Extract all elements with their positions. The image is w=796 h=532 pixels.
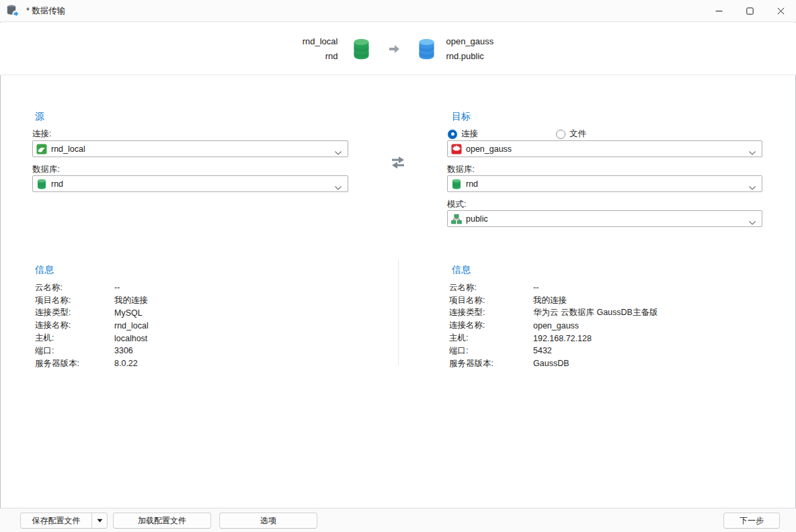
target-connection-radio[interactable]: 连接 bbox=[448, 128, 478, 140]
summary-source-database: rnd bbox=[303, 49, 338, 64]
minimize-button[interactable] bbox=[703, 0, 734, 21]
info-row-host: 主机: 192.168.72.128 bbox=[449, 332, 658, 345]
source-connection-label: 连接: bbox=[32, 128, 51, 140]
huawei-connection-icon bbox=[451, 144, 462, 154]
target-connection-value: open_gauss bbox=[466, 144, 512, 154]
window-controls bbox=[703, 0, 796, 21]
source-info-list: 云名称: -- 项目名称: 我的连接 连接类型: MySQL 连接名称: rnd… bbox=[35, 281, 149, 370]
info-row-host: 主机: localhost bbox=[35, 332, 149, 345]
info-row-project-name: 项目名称: 我的连接 bbox=[35, 294, 149, 307]
target-connection-radio-label: 连接 bbox=[461, 128, 478, 140]
info-row-server-version: 服务器版本: GaussDB bbox=[449, 357, 658, 370]
info-row-cloud-name: 云名称: -- bbox=[35, 281, 149, 294]
save-profile-button[interactable]: 保存配置文件 bbox=[21, 513, 91, 528]
load-profile-button[interactable]: 加载配置文件 bbox=[113, 513, 211, 529]
info-row-port: 端口: 3306 bbox=[35, 345, 149, 357]
info-vertical-divider bbox=[398, 259, 399, 365]
info-row-connection-type: 连接类型: 华为云 云数据库 GaussDB主备版 bbox=[449, 307, 658, 320]
window-title: * 数据传输 bbox=[26, 5, 65, 17]
summary-target-connection: open_gauss bbox=[446, 34, 493, 49]
chevron-down-icon bbox=[748, 216, 756, 228]
footer-bar: 保存配置文件 加载配置文件 选项 下一步 bbox=[0, 508, 796, 532]
info-row-project-name: 项目名称: 我的连接 bbox=[449, 294, 658, 307]
mysql-connection-icon bbox=[36, 144, 47, 154]
swap-source-target-icon[interactable] bbox=[388, 152, 408, 175]
source-database-icon bbox=[353, 38, 370, 60]
target-database-label: 数据库: bbox=[447, 164, 475, 175]
data-transfer-app-icon bbox=[6, 4, 21, 17]
options-button[interactable]: 选项 bbox=[219, 513, 317, 529]
source-connection-value: rnd_local bbox=[51, 144, 85, 154]
close-button[interactable] bbox=[765, 0, 796, 21]
target-info-list: 云名称: -- 项目名称: 我的连接 连接类型: 华为云 云数据库 GaussD… bbox=[449, 281, 658, 370]
transfer-summary-header: rnd_local rnd open_gauss bbox=[0, 23, 796, 75]
chevron-down-icon bbox=[748, 181, 756, 193]
target-database-value: rnd bbox=[466, 179, 478, 189]
save-profile-split-button: 保存配置文件 bbox=[20, 513, 108, 529]
chevron-down-icon bbox=[334, 146, 342, 159]
next-button[interactable]: 下一步 bbox=[723, 513, 780, 529]
source-connection-select[interactable]: rnd_local bbox=[32, 140, 348, 157]
summary-target-text: open_gauss rnd.public bbox=[446, 34, 493, 64]
data-transfer-dialog: * 数据传输 rnd_local rnd bbox=[0, 0, 796, 532]
titlebar: * 数据传输 bbox=[0, 0, 796, 22]
save-profile-dropdown-button[interactable] bbox=[91, 513, 107, 528]
target-schema-label: 模式: bbox=[447, 199, 466, 210]
source-database-label: 数据库: bbox=[32, 164, 60, 175]
target-section-heading: 目标 bbox=[452, 111, 471, 123]
source-section-heading: 源 bbox=[35, 111, 44, 123]
info-row-connection-name: 连接名称: rnd_local bbox=[35, 319, 149, 332]
target-schema-value: public bbox=[466, 214, 488, 224]
info-row-connection-type: 连接类型: MySQL bbox=[35, 307, 149, 320]
dropdown-arrow-icon bbox=[97, 519, 103, 523]
source-database-select[interactable]: rnd bbox=[32, 175, 348, 192]
chevron-down-icon bbox=[334, 181, 342, 193]
info-row-cloud-name: 云名称: -- bbox=[449, 281, 658, 294]
info-row-port: 端口: 5432 bbox=[449, 345, 658, 357]
radio-unselected-icon[interactable] bbox=[556, 130, 565, 139]
source-database-value: rnd bbox=[51, 179, 63, 189]
target-file-radio-label: 文件 bbox=[569, 128, 586, 140]
database-green-icon bbox=[451, 179, 462, 189]
radio-selected-icon[interactable] bbox=[448, 130, 457, 139]
transfer-direction-arrow-icon bbox=[388, 44, 400, 54]
summary-target-schema: rnd.public bbox=[446, 49, 493, 64]
info-row-server-version: 服务器版本: 8.0.22 bbox=[35, 357, 149, 370]
maximize-button[interactable] bbox=[734, 0, 765, 21]
summary-source-connection: rnd_local bbox=[303, 34, 338, 49]
target-info-heading: 信息 bbox=[452, 264, 471, 276]
target-connection-select[interactable]: open_gauss bbox=[447, 140, 762, 157]
target-schema-select[interactable]: public bbox=[447, 210, 762, 227]
info-row-connection-name: 连接名称: open_gauss bbox=[449, 319, 658, 332]
target-database-select[interactable]: rnd bbox=[447, 175, 762, 192]
target-file-radio[interactable]: 文件 bbox=[556, 128, 586, 140]
database-green-icon bbox=[36, 179, 47, 189]
target-database-icon bbox=[418, 38, 435, 60]
schema-icon bbox=[451, 214, 462, 224]
chevron-down-icon bbox=[748, 146, 756, 159]
summary-source-text: rnd_local rnd bbox=[303, 34, 338, 64]
source-info-heading: 信息 bbox=[35, 264, 54, 276]
